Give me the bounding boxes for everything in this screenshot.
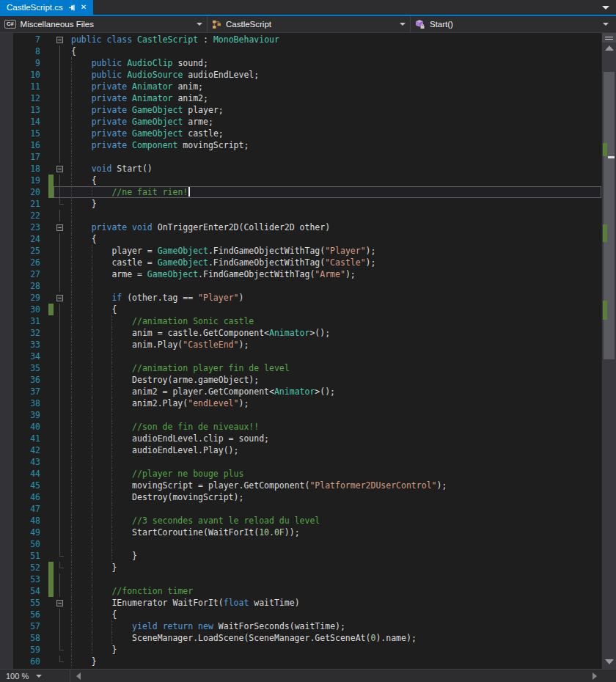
close-icon[interactable]: ✕ [81, 4, 87, 11]
code-text[interactable] [67, 210, 601, 221]
split-window-handle[interactable] [602, 33, 616, 43]
code-text[interactable]: public AudioSource audioEndLevel; [67, 69, 601, 81]
code-text[interactable] [67, 351, 601, 362]
code-text[interactable]: SceneManager.LoadScene(SceneManager.GetS… [67, 632, 601, 644]
code-text[interactable]: private Component movingScript; [67, 139, 601, 151]
code-line-54: 54//fonction timer [0, 585, 601, 597]
code-text[interactable] [67, 409, 601, 421]
navigation-bar: C# Miscellaneous Files CastleScript S [0, 16, 616, 33]
line-number: 17 [0, 151, 48, 163]
tab-list-dropdown-icon[interactable] [602, 6, 609, 10]
line-number: 50 [0, 538, 48, 550]
change-margin [48, 538, 54, 550]
code-text[interactable]: player = GameObject.FindGameObjectWithTa… [67, 245, 601, 257]
line-number: 38 [0, 397, 48, 409]
code-text[interactable]: Destroy(arme.gameObject); [67, 374, 601, 386]
code-text[interactable]: public AudioClip sound; [67, 57, 601, 69]
code-text[interactable]: audioEndLevel.clip = sound; [67, 433, 601, 444]
collapse-region-icon[interactable]: − [56, 37, 63, 43]
code-text[interactable]: IEnumerator WaitForIt(float waitTime) [67, 597, 601, 609]
code-text[interactable]: void Start() [67, 163, 601, 175]
code-text[interactable]: private void OnTriggerEnter2D(Collider2D… [67, 221, 601, 233]
scroll-left-arrow-icon[interactable] [76, 672, 81, 680]
code-text[interactable]: anim.Play("CastleEnd"); [67, 339, 601, 351]
code-text[interactable] [67, 538, 601, 550]
code-text[interactable] [67, 503, 601, 515]
tab-castlescript[interactable]: CastleScript.cs ✕ [0, 0, 93, 15]
code-text[interactable]: movingScript = player.GetComponent("Plat… [67, 480, 601, 491]
scroll-down-arrow-icon[interactable] [605, 659, 614, 664]
code-text[interactable]: //ne fait rien! [67, 186, 601, 198]
code-editor[interactable]: 7−public class CastleScript : MonoBehavi… [0, 33, 601, 669]
code-text[interactable]: private Animator anim2; [67, 92, 601, 104]
line-number: 23 [0, 221, 48, 233]
change-margin [48, 433, 54, 444]
code-text[interactable]: //3 secondes avant le reload du level [67, 515, 601, 527]
code-text[interactable]: //player ne bouge plus [67, 468, 601, 480]
code-text[interactable]: //fonction timer [67, 585, 601, 597]
code-text[interactable]: Destroy(movingScript); [67, 491, 601, 503]
project-dropdown[interactable]: C# Miscellaneous Files [0, 16, 208, 32]
code-text[interactable]: StartCoroutine(WaitForIt(10.0F)); [67, 527, 601, 538]
code-text[interactable]: //animation player fin de level [67, 362, 601, 374]
indent-guide [92, 468, 112, 480]
pin-icon[interactable] [68, 4, 76, 12]
code-text[interactable]: } [67, 644, 601, 656]
code-text[interactable]: anim = castle.GetComponent<Animator>(); [67, 327, 601, 339]
code-text[interactable]: anim2 = player.GetComponent<Animator>(); [67, 386, 601, 397]
code-text[interactable]: { [67, 45, 601, 57]
code-text[interactable]: } [67, 656, 601, 667]
code-text[interactable]: anim2.Play("endLevel"); [67, 397, 601, 409]
code-text[interactable]: audioEndLevel.Play(); [67, 444, 601, 456]
scrollbar-change-marker [603, 143, 607, 156]
scroll-up-arrow-icon[interactable] [605, 45, 614, 51]
code-text[interactable]: { [67, 233, 601, 245]
indent-guide [111, 527, 132, 538]
line-number: 51 [0, 550, 48, 562]
indent-guide [71, 304, 92, 315]
code-text[interactable]: } [67, 198, 601, 210]
zoom-level-selector[interactable]: 100 % [0, 670, 70, 682]
code-text[interactable]: //son de fin de niveaux!! [67, 421, 601, 433]
vertical-scrollbar[interactable] [601, 33, 616, 669]
collapse-region-icon[interactable]: − [56, 166, 63, 172]
code-text[interactable]: } [67, 562, 601, 573]
code-text[interactable]: yield return new WaitForSeconds(waitTime… [67, 620, 601, 632]
code-text[interactable]: { [67, 304, 601, 315]
code-text[interactable]: private GameObject arme; [67, 116, 601, 128]
indent-guide [92, 503, 112, 515]
collapse-region-icon[interactable]: − [56, 295, 63, 301]
code-text[interactable]: } [67, 550, 601, 562]
change-tracking-bar [48, 585, 54, 597]
scrollbar-change-marker [603, 301, 607, 320]
code-text[interactable]: { [67, 609, 601, 620]
line-number: 12 [0, 92, 48, 104]
member-dropdown[interactable]: Start() [411, 16, 616, 32]
code-text[interactable]: if (other.tag == "Player") [67, 292, 601, 304]
line-number: 57 [0, 620, 48, 632]
code-text[interactable]: private GameObject castle; [67, 128, 601, 139]
fold-region-line [54, 456, 67, 468]
fold-region-line [54, 374, 67, 386]
code-text[interactable]: { [67, 175, 601, 186]
code-text[interactable] [67, 151, 601, 163]
code-line-13: 13private GameObject player; [0, 104, 601, 116]
code-text[interactable]: public class CastleScript : MonoBehaviou… [67, 34, 601, 45]
code-line-36: 36Destroy(arme.gameObject); [0, 374, 601, 386]
line-number: 47 [0, 503, 48, 515]
code-text[interactable] [67, 573, 601, 585]
collapse-region-icon[interactable]: − [56, 600, 63, 606]
code-text[interactable]: private Animator anim; [67, 81, 601, 92]
code-text[interactable]: castle = GameObject.FindGameObjectWithTa… [67, 257, 601, 268]
code-text[interactable]: //animation Sonic castle [67, 315, 601, 327]
code-text[interactable]: arme = GameObject.FindGameObjectWithTag(… [67, 268, 601, 280]
type-dropdown[interactable]: CastleScript [208, 16, 411, 32]
indent-guide [92, 268, 112, 280]
collapse-region-icon[interactable]: − [56, 224, 63, 231]
code-text[interactable] [67, 280, 601, 292]
indent-guide [71, 163, 92, 175]
code-text[interactable] [67, 456, 601, 468]
code-text[interactable]: private GameObject player; [67, 104, 601, 116]
scroll-right-arrow-icon[interactable] [593, 672, 597, 680]
indent-guide [71, 397, 92, 409]
